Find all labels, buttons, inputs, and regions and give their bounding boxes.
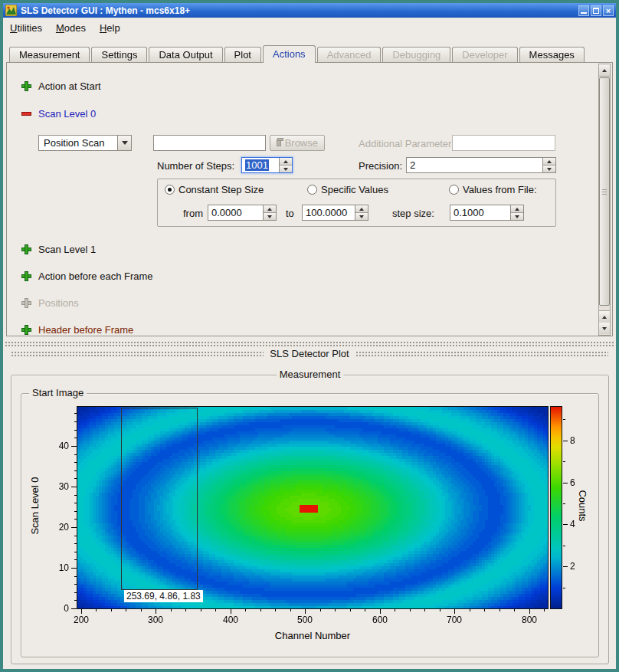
zoom-selection-rect xyxy=(121,408,198,590)
arrow-up-icon xyxy=(515,208,519,211)
number-of-steps-label: Number of Steps: xyxy=(157,160,234,172)
tab-advanced: Advanced xyxy=(317,47,382,62)
tab-settings[interactable]: Settings xyxy=(91,47,147,62)
arrow-up-icon xyxy=(602,69,607,72)
action-at-start-label: Action at Start xyxy=(38,80,101,92)
radio-label: Constant Step Size xyxy=(178,184,264,195)
scrollbar-thumb[interactable] xyxy=(599,77,610,306)
colorbar xyxy=(550,406,562,609)
radio-specific-values[interactable] xyxy=(307,185,317,195)
spin-up-button[interactable] xyxy=(543,158,555,166)
vertical-scrollbar[interactable] xyxy=(598,64,611,336)
arrow-down-icon xyxy=(283,168,288,171)
arrow-up-icon xyxy=(602,316,607,319)
arrow-down-icon xyxy=(515,215,519,218)
number-of-steps-value: 1001 xyxy=(245,159,269,171)
scroll-up-button[interactable] xyxy=(599,310,610,323)
folder-icon xyxy=(277,139,281,146)
close-button[interactable]: × xyxy=(603,5,614,16)
tab-data-output[interactable]: Data Output xyxy=(149,47,222,62)
menu-modes[interactable]: Modes xyxy=(49,19,93,37)
expand-plus-icon[interactable] xyxy=(21,325,31,335)
additional-parameter-label: Additional Parameter: xyxy=(359,138,454,149)
scan-level-0-label: Scan Level 0 xyxy=(38,108,96,120)
spin-down-button[interactable] xyxy=(511,213,523,220)
scroll-up-button[interactable] xyxy=(599,64,610,77)
to-spinbox[interactable]: 100.0000 xyxy=(302,205,368,221)
splitter-handle[interactable] xyxy=(5,341,614,346)
menu-bar: UtilitiesModesHelp xyxy=(3,18,616,38)
tab-measurement[interactable]: Measurement xyxy=(9,47,90,62)
collapse-minus-icon[interactable] xyxy=(21,112,31,116)
arrow-down-icon xyxy=(359,215,364,218)
step-size-spinbox[interactable]: 0.1000 xyxy=(450,205,524,221)
arrow-down-icon xyxy=(602,327,607,330)
arrow-down-icon xyxy=(547,168,552,171)
spin-down-button[interactable] xyxy=(543,166,555,172)
to-label: to xyxy=(286,208,294,219)
expand-plus-icon[interactable] xyxy=(21,81,31,91)
title-bar[interactable]: SLS Detector GUI : Mythen - mcs6x18+ × xyxy=(3,3,616,18)
start-image-group-title: Start Image xyxy=(29,387,87,398)
arrow-up-icon xyxy=(267,208,272,211)
spin-up-button[interactable] xyxy=(280,158,292,166)
tab-developer: Developer xyxy=(452,47,517,62)
radio-constant-step-size[interactable] xyxy=(165,185,175,195)
chevron-down-icon xyxy=(122,141,128,145)
expand-plus-icon[interactable] xyxy=(21,271,31,281)
arrow-up-icon xyxy=(283,160,288,163)
browse-button: Browse xyxy=(270,135,325,151)
step-size-label: step size: xyxy=(392,208,434,219)
spin-down-button[interactable] xyxy=(280,166,292,172)
from-spinbox[interactable]: 0.0000 xyxy=(208,205,277,221)
window-title: SLS Detector GUI : Mythen - mcs6x18+ xyxy=(21,5,577,16)
minimize-button[interactable] xyxy=(578,5,589,16)
radio-label: Specific Values xyxy=(321,184,388,195)
y-axis-label: Scan Level 0 xyxy=(29,470,41,543)
tab-plot[interactable]: Plot xyxy=(224,47,261,62)
radio-values-from-file-[interactable] xyxy=(449,185,459,195)
dock-handle-dots xyxy=(355,351,608,356)
dock-handle-dots xyxy=(11,351,264,356)
maximize-icon xyxy=(593,8,599,14)
scan-level-1-label: Scan Level 1 xyxy=(38,244,96,255)
tab-actions[interactable]: Actions xyxy=(263,45,316,63)
spin-up-button[interactable] xyxy=(355,205,368,213)
combo-dropdown-button[interactable] xyxy=(117,136,131,150)
additional-parameter-input xyxy=(452,135,555,151)
colorbar-axis-label: Counts xyxy=(576,487,588,525)
expand-plus-icon-disabled xyxy=(21,298,31,308)
from-label: from xyxy=(183,208,203,219)
menu-utilities[interactable]: Utilities xyxy=(3,19,49,37)
cursor-readout-tooltip: 253.69, 4.86, 1.83 xyxy=(124,590,203,602)
scroll-down-button[interactable] xyxy=(599,323,610,334)
positions-label: Positions xyxy=(38,297,79,309)
spin-up-button[interactable] xyxy=(511,205,523,213)
close-icon: × xyxy=(604,6,613,15)
scan-script-input[interactable] xyxy=(153,135,266,151)
to-value: 100.0000 xyxy=(303,205,355,220)
spin-down-button[interactable] xyxy=(355,213,368,220)
spin-down-button[interactable] xyxy=(264,213,276,220)
precision-value: 2 xyxy=(407,158,542,172)
browse-button-label: Browse xyxy=(285,137,318,149)
tab-messages[interactable]: Messages xyxy=(519,47,585,62)
expand-plus-icon[interactable] xyxy=(21,244,31,254)
plot-dock-titlebar[interactable]: SLS Detector Plot xyxy=(5,347,614,360)
minimize-icon xyxy=(581,12,587,14)
precision-label: Precision: xyxy=(359,160,402,172)
spin-up-button[interactable] xyxy=(264,205,276,213)
plot-dock-title: SLS Detector Plot xyxy=(270,348,349,359)
step-size-value: 0.1000 xyxy=(450,205,510,220)
app-icon xyxy=(5,5,17,16)
scan-mode-combobox[interactable]: Position Scan xyxy=(38,135,132,151)
number-of-steps-spinbox[interactable]: 1001 xyxy=(241,157,293,173)
maximize-button[interactable] xyxy=(591,5,601,16)
menu-help[interactable]: Help xyxy=(93,19,127,37)
arrow-up-icon xyxy=(359,208,364,211)
precision-spinbox[interactable]: 2 xyxy=(406,157,556,173)
action-before-frame-label: Action before each Frame xyxy=(38,270,153,282)
tab-debugging: Debugging xyxy=(382,47,450,62)
scan-mode-value: Position Scan xyxy=(39,136,117,150)
grip-icon xyxy=(602,192,607,192)
